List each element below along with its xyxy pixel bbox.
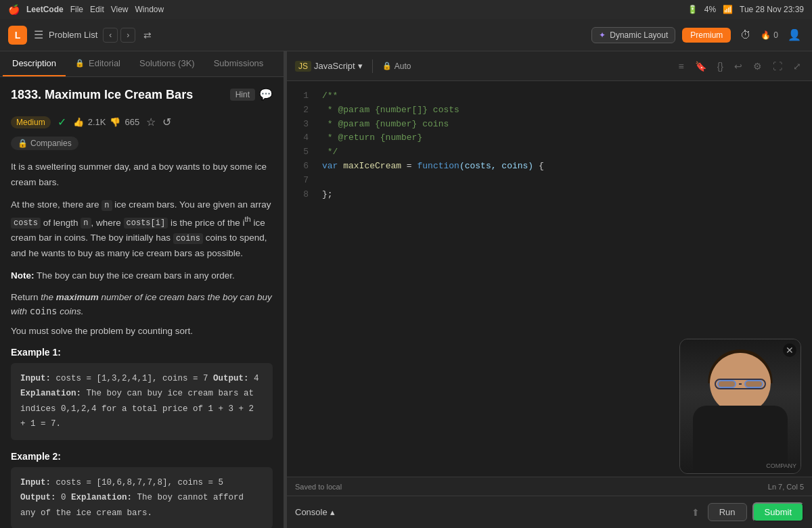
- language-selector[interactable]: JS JavaScript ▾: [295, 61, 363, 72]
- macos-menu-view[interactable]: View: [111, 5, 129, 14]
- dynamic-layout-label: Dynamic Layout: [610, 30, 668, 40]
- problem-title: 1833. Maximum Ice Cream Bars: [11, 88, 193, 102]
- lock-icon: 🔒: [75, 59, 85, 68]
- console-label-text: Console: [295, 507, 328, 517]
- fire-count: 🔥 0: [761, 30, 778, 40]
- bookmark-code-icon[interactable]: 🔖: [692, 59, 709, 73]
- problem-return: Return the maximum number of ice cream b…: [11, 290, 273, 319]
- solved-icon: ✓: [58, 116, 66, 128]
- battery-percent: 4%: [704, 5, 716, 14]
- thumbdown-icon[interactable]: 👎: [110, 117, 120, 127]
- editor-header: JS JavaScript ▾ 🔒 Auto ≡ 🔖 {} ↩ ⚙ ⛶ ⤢: [287, 51, 812, 81]
- settings-icon[interactable]: ⚙: [750, 59, 765, 73]
- format-icon[interactable]: ≡: [675, 59, 686, 73]
- macos-menubar: 🍎 LeetCode File Edit View Window 🔋 4% 📶 …: [0, 0, 812, 19]
- battery-icon: 🔋: [687, 5, 698, 14]
- status-bar: Saved to local Ln 7, Col 5: [287, 477, 812, 496]
- user-avatar[interactable]: 👤: [785, 26, 804, 44]
- problem-description-1: It is a sweltering summer day, and a boy…: [11, 160, 273, 191]
- menu-icon[interactable]: ☰: [34, 28, 43, 41]
- tab-editorial-label: Editorial: [89, 58, 120, 68]
- bookmark-icon[interactable]: ☆: [146, 116, 156, 128]
- app-header: L ☰ Problem List ‹ › ⇄ ✦ Dynamic Layout …: [0, 19, 812, 51]
- auto-lock-icon: 🔒: [382, 62, 392, 70]
- console-actions: ⬆ Run Submit: [689, 502, 804, 522]
- lang-chevron-icon: ▾: [358, 61, 363, 71]
- console-toggle[interactable]: Console ▴: [295, 507, 335, 517]
- fire-number: 0: [773, 30, 778, 40]
- tab-solutions[interactable]: Solutions (3K): [130, 51, 204, 76]
- next-problem-button[interactable]: ›: [120, 28, 135, 43]
- tab-editorial[interactable]: 🔒 Editorial: [66, 51, 130, 76]
- problem-list-link[interactable]: Problem List: [49, 30, 97, 40]
- header-nav: ☰ Problem List ‹ › ⇄: [34, 28, 152, 43]
- problem-constraint: You must solve the problem by counting s…: [11, 326, 273, 336]
- feedback-icon[interactable]: 💬: [259, 88, 273, 101]
- editor-toolbar: ≡ 🔖 {} ↩ ⚙ ⛶ ⤢: [675, 59, 804, 73]
- example-1-title: Example 1:: [11, 347, 273, 358]
- tab-solutions-label: Solutions (3K): [139, 58, 195, 68]
- auto-badge: 🔒 Auto: [382, 62, 411, 71]
- tab-description[interactable]: Description: [3, 51, 66, 76]
- auto-label: Auto: [394, 62, 411, 71]
- companies-tag[interactable]: 🔒 Companies: [11, 137, 78, 150]
- left-tabs: Description 🔒 Editorial Solutions (3K) S…: [0, 51, 284, 77]
- example-1-block: Input: costs = [1,3,2,4,1], coins = 7 Ou…: [11, 363, 273, 440]
- macos-menu-window[interactable]: Window: [135, 5, 164, 14]
- nav-arrows: ‹ ›: [103, 28, 135, 43]
- video-overlay: ✕ COMPANY: [679, 339, 801, 474]
- like-count: 2.1K: [88, 117, 106, 127]
- lock-companies-icon: 🔒: [18, 139, 28, 148]
- header-right: ✦ Dynamic Layout Premium ⏱ 🔥 0 👤: [591, 26, 804, 44]
- console-upload-icon[interactable]: ⬆: [689, 506, 702, 519]
- dislike-count: 665: [125, 117, 139, 127]
- timer-icon[interactable]: ⏱: [738, 26, 754, 44]
- macos-menu-file[interactable]: File: [70, 5, 83, 14]
- language-label: JavaScript: [314, 61, 355, 71]
- video-watermark: COMPANY: [766, 462, 796, 469]
- fire-icon: 🔥: [761, 30, 771, 40]
- app-logo[interactable]: L: [8, 26, 27, 45]
- webcam-feed: [680, 339, 800, 473]
- shuffle-icon[interactable]: ⇄: [143, 30, 152, 41]
- saved-status: Saved to local: [295, 483, 768, 491]
- left-panel: Description 🔒 Editorial Solutions (3K) S…: [0, 51, 284, 528]
- expand-icon[interactable]: ⤢: [790, 59, 804, 73]
- code-content[interactable]: /** * @param {number[]} costs * @param {…: [287, 81, 812, 210]
- premium-button[interactable]: Premium: [682, 28, 731, 43]
- undo-icon[interactable]: ↩: [731, 59, 745, 73]
- clock: Tue 28 Nov 23:39: [740, 5, 804, 14]
- sparkle-icon: ✦: [599, 30, 606, 40]
- hint-button[interactable]: Hint: [230, 89, 255, 101]
- submit-button[interactable]: Submit: [752, 502, 804, 522]
- cursor-position: Ln 7, Col 5: [768, 483, 804, 491]
- thumbup-icon[interactable]: 👍: [73, 117, 84, 127]
- tab-submissions[interactable]: Submissions: [204, 51, 273, 76]
- problem-meta: Medium ✓ 👍 2.1K 👎 665 ☆ ↺: [11, 116, 273, 128]
- macos-menu-edit[interactable]: Edit: [90, 5, 104, 14]
- wifi-icon: 📶: [723, 5, 733, 14]
- like-dislike: 👍 2.1K 👎 665: [73, 117, 139, 127]
- javascript-icon: JS: [295, 61, 311, 72]
- console-chevron-icon: ▴: [330, 507, 335, 517]
- main-content: Description 🔒 Editorial Solutions (3K) S…: [0, 51, 812, 528]
- companies-label: Companies: [30, 139, 72, 148]
- fullscreen-icon[interactable]: ⛶: [770, 59, 785, 73]
- right-panel: JS JavaScript ▾ 🔒 Auto ≡ 🔖 {} ↩ ⚙ ⛶ ⤢: [287, 51, 812, 528]
- tab-submissions-label: Submissions: [214, 58, 264, 68]
- prev-problem-button[interactable]: ‹: [103, 28, 118, 43]
- example-2-title: Example 2:: [11, 451, 273, 462]
- braces-icon[interactable]: {}: [715, 59, 726, 73]
- macos-app-name: LeetCode: [26, 5, 64, 14]
- dynamic-layout-button[interactable]: ✦ Dynamic Layout: [591, 27, 675, 43]
- tab-description-label: Description: [12, 58, 56, 68]
- refresh-icon[interactable]: ↺: [162, 116, 171, 128]
- line-numbers: 12345678: [287, 81, 314, 210]
- editor-separator: [372, 59, 373, 73]
- difficulty-badge: Medium: [11, 116, 51, 128]
- video-close-button[interactable]: ✕: [783, 343, 796, 357]
- run-button[interactable]: Run: [708, 503, 747, 521]
- apple-menu[interactable]: 🍎: [8, 4, 20, 15]
- example-2-block: Input: costs = [10,6,8,7,7,8], coins = 5…: [11, 467, 273, 528]
- problem-description-2: At the store, there are n ice cream bars…: [11, 197, 273, 262]
